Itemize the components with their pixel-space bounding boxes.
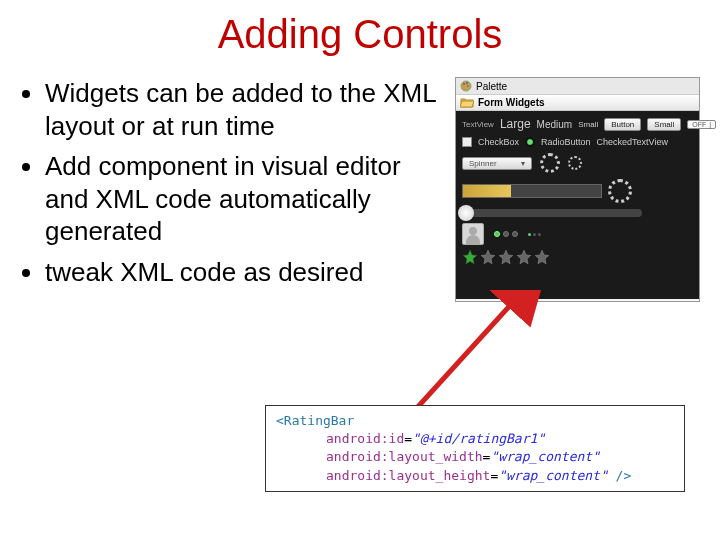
svg-point-3 xyxy=(467,85,469,87)
star-empty-icon xyxy=(516,249,532,265)
form-widgets-label: Form Widgets xyxy=(478,97,545,108)
spinner-row: Spinner▾ xyxy=(462,153,693,173)
svg-point-2 xyxy=(466,82,468,84)
folder-open-icon xyxy=(460,97,474,108)
bullet-item: tweak XML code as desired xyxy=(45,256,440,289)
bullet-item: Widgets can be added to the XML layout o… xyxy=(45,77,440,142)
minidot-icon xyxy=(533,233,536,236)
star-empty-icon xyxy=(480,249,496,265)
palette-header: Palette xyxy=(456,78,699,95)
small-button-widget[interactable]: Small xyxy=(647,118,681,131)
textview-label[interactable]: TextView xyxy=(462,120,494,129)
switch-widget[interactable]: OFF| xyxy=(687,120,716,129)
checkbox-label[interactable]: CheckBox xyxy=(478,137,519,147)
svg-line-4 xyxy=(415,300,515,410)
xml-attr-value: "@+id/ratingBar1" xyxy=(412,431,545,446)
star-empty-icon xyxy=(534,249,550,265)
dot-active-icon xyxy=(494,231,500,237)
large-textview[interactable]: Large xyxy=(500,117,531,131)
xml-attr-value: "wrap_content" xyxy=(498,468,608,483)
medium-textview[interactable]: Medium xyxy=(537,119,573,130)
seekbar-widget[interactable] xyxy=(462,209,642,217)
small-textview[interactable]: Small xyxy=(578,120,598,129)
xml-attr-name: android:id xyxy=(326,431,404,446)
checkedtextview-label[interactable]: CheckedTextView xyxy=(597,137,668,147)
progress-ring-large-icon[interactable] xyxy=(608,179,632,203)
minidot-icon xyxy=(538,233,541,236)
page-indicator-large[interactable] xyxy=(494,231,518,237)
xml-code-snippet: <RatingBar android:id="@+id/ratingBar1" … xyxy=(265,405,685,492)
palette-panel: Palette Form Widgets TextView Large Medi… xyxy=(455,77,700,302)
quickcontact-badge[interactable] xyxy=(462,223,484,245)
progress-row xyxy=(462,179,693,203)
progressbar-widget[interactable] xyxy=(462,184,602,198)
progress-ring-icon[interactable] xyxy=(540,153,560,173)
svg-point-1 xyxy=(463,83,465,85)
radio-icon[interactable] xyxy=(525,137,535,147)
xml-attr-name: android:layout_width xyxy=(326,449,483,464)
star-filled-icon xyxy=(462,249,478,265)
ratingbar-widget[interactable] xyxy=(462,249,693,265)
bullet-list: Widgets can be added to the XML layout o… xyxy=(20,77,440,302)
palette-header-label: Palette xyxy=(476,81,507,92)
dot-icon xyxy=(512,231,518,237)
widget-area: TextView Large Medium Small Button Small… xyxy=(456,111,699,299)
spinner-widget[interactable]: Spinner▾ xyxy=(462,157,532,170)
minidot-active-icon xyxy=(528,233,531,236)
xml-tag-close: /> xyxy=(608,468,631,483)
bullet-item: Add component in visual editor and XML c… xyxy=(45,150,440,248)
quickcontact-row xyxy=(462,223,693,245)
page-indicator-small[interactable] xyxy=(528,233,541,236)
xml-attr-name: android:layout_height xyxy=(326,468,490,483)
form-widgets-header[interactable]: Form Widgets xyxy=(456,95,699,111)
star-empty-icon xyxy=(498,249,514,265)
radio-label[interactable]: RadioButton xyxy=(541,137,591,147)
check-radio-row: CheckBox RadioButton CheckedTextView xyxy=(462,137,693,147)
xml-attr-value: "wrap_content" xyxy=(490,449,600,464)
progress-ring-small-icon[interactable] xyxy=(568,156,582,170)
button-widget[interactable]: Button xyxy=(604,118,641,131)
palette-icon xyxy=(460,80,472,92)
slide-content: Widgets can be added to the XML layout o… xyxy=(0,77,720,302)
textview-row: TextView Large Medium Small Button Small… xyxy=(462,117,693,131)
svg-point-0 xyxy=(461,81,471,91)
checkbox-icon[interactable] xyxy=(462,137,472,147)
xml-tag-open: <RatingBar xyxy=(276,413,354,428)
dot-icon xyxy=(503,231,509,237)
slide-title: Adding Controls xyxy=(0,12,720,57)
